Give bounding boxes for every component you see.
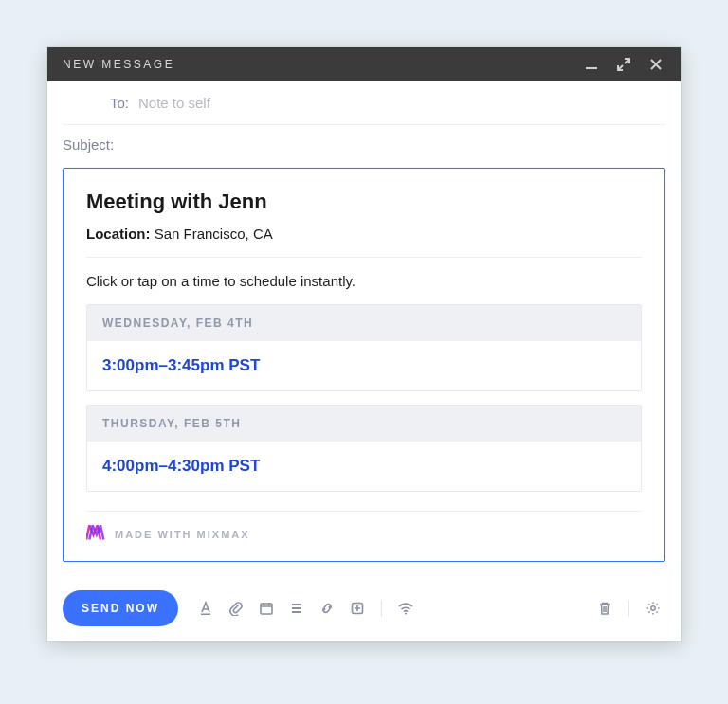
link-icon[interactable] <box>315 596 339 621</box>
svg-rect-1 <box>201 614 210 616</box>
gear-icon[interactable] <box>641 596 665 621</box>
instructions-text: Click or tap on a time to schedule insta… <box>86 273 642 289</box>
mixmax-logo-icon <box>86 525 105 544</box>
send-button[interactable]: SEND NOW <box>63 590 178 626</box>
slot-group: THURSDAY, FEB 5TH 4:00pm–4:30pm PST <box>86 405 642 492</box>
subject-row[interactable]: Subject: <box>63 125 665 164</box>
message-body[interactable]: Meeting with Jenn Location: San Francisc… <box>47 164 681 579</box>
slot-time-option[interactable]: 3:00pm–3:45pm PST <box>87 341 641 390</box>
list-icon[interactable] <box>284 596 309 621</box>
minimize-button[interactable] <box>578 51 605 78</box>
svg-rect-0 <box>586 67 597 69</box>
made-with-row: MADE WITH MIXMAX <box>86 511 642 544</box>
header-fields: To: Note to self Subject: <box>47 81 681 164</box>
attachment-icon[interactable] <box>224 596 248 621</box>
meeting-title: Meeting with Jenn <box>86 190 642 214</box>
expand-button[interactable] <box>610 51 637 78</box>
slot-day-header: WEDNESDAY, FEB 4TH <box>87 305 641 341</box>
to-row[interactable]: To: Note to self <box>63 81 665 125</box>
to-value: Note to self <box>138 95 210 111</box>
location-line: Location: San Francisco, CA <box>86 226 642 242</box>
availability-card: Meeting with Jenn Location: San Francisc… <box>63 168 665 562</box>
slot-day-header: THURSDAY, FEB 5TH <box>87 406 641 442</box>
slot-group: WEDNESDAY, FEB 4TH 3:00pm–3:45pm PST <box>86 304 642 391</box>
svg-point-5 <box>651 606 655 610</box>
trash-icon[interactable] <box>592 596 617 621</box>
slot-time-option[interactable]: 4:00pm–4:30pm PST <box>87 442 641 491</box>
card-divider <box>86 257 642 258</box>
svg-point-4 <box>405 613 407 615</box>
svg-rect-2 <box>261 604 272 614</box>
footer-divider <box>381 600 382 617</box>
compose-footer: SEND NOW <box>47 579 681 641</box>
titlebar: NEW MESSAGE <box>47 47 681 81</box>
made-with-text: MADE WITH MIXMAX <box>115 529 250 540</box>
footer-divider <box>628 600 629 617</box>
insert-icon[interactable] <box>345 596 370 621</box>
close-button[interactable] <box>643 51 669 78</box>
text-format-icon[interactable] <box>193 596 218 621</box>
location-value: San Francisco, CA <box>155 226 273 242</box>
subject-label: Subject: <box>63 136 114 153</box>
wifi-icon[interactable] <box>393 596 418 621</box>
location-label: Location: <box>86 226 151 242</box>
calendar-icon[interactable] <box>254 596 279 621</box>
compose-window: NEW MESSAGE To: Note to self Subject: Me <box>47 47 681 641</box>
titlebar-title: NEW MESSAGE <box>63 58 174 71</box>
to-label: To: <box>63 95 138 111</box>
